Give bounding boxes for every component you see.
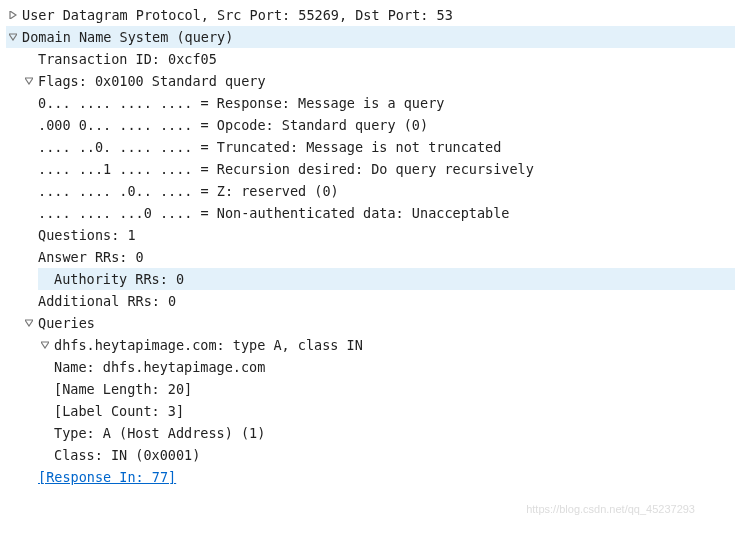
queries-label: Queries xyxy=(38,312,95,334)
query-field: Type: A (Host Address) (1) xyxy=(54,422,265,444)
flag-text: .... .... .0.. .... = Z: reserved (0) xyxy=(38,180,339,202)
chevron-down-icon[interactable] xyxy=(22,70,36,92)
packet-tree: User Datagram Protocol, Src Port: 55269,… xyxy=(6,4,729,488)
query-fields: Name: dhfs.heytapimage.com [Name Length:… xyxy=(38,356,729,466)
flag-bit-row[interactable]: .000 0... .... .... = Opcode: Standard q… xyxy=(38,114,729,136)
query-field: [Name Length: 20] xyxy=(54,378,192,400)
udp-label: User Datagram Protocol, Src Port: 55269,… xyxy=(22,4,453,26)
udp-row[interactable]: User Datagram Protocol, Src Port: 55269,… xyxy=(6,4,729,26)
query-field-row[interactable]: Class: IN (0x0001) xyxy=(54,444,729,466)
query-field-row[interactable]: [Label Count: 3] xyxy=(54,400,729,422)
flag-text: .000 0... .... .... = Opcode: Standard q… xyxy=(38,114,428,136)
query-field-row[interactable]: Type: A (Host Address) (1) xyxy=(54,422,729,444)
authority-rrs-row[interactable]: Authority RRs: 0 xyxy=(38,268,735,290)
query-field-row[interactable]: [Name Length: 20] xyxy=(54,378,729,400)
response-in-link[interactable]: [Response In: 77] xyxy=(38,466,176,488)
answer-rrs-label: Answer RRs: 0 xyxy=(38,246,144,268)
flag-bit-row[interactable]: .... ...1 .... .... = Recursion desired:… xyxy=(38,158,729,180)
flags-row[interactable]: Flags: 0x0100 Standard query xyxy=(22,70,729,92)
questions-row[interactable]: Questions: 1 xyxy=(22,224,729,246)
flag-text: .... .... ...0 .... = Non-authenticated … xyxy=(38,202,509,224)
chevron-down-icon[interactable] xyxy=(22,312,36,334)
flag-bit-row[interactable]: .... ..0. .... .... = Truncated: Message… xyxy=(38,136,729,158)
flag-bit-row[interactable]: .... .... .0.. .... = Z: reserved (0) xyxy=(38,180,729,202)
authority-rrs-label: Authority RRs: 0 xyxy=(54,268,729,290)
query-field-row[interactable]: Name: dhfs.heytapimage.com xyxy=(54,356,729,378)
query-item-label: dhfs.heytapimage.com: type A, class IN xyxy=(54,334,363,356)
chevron-down-icon[interactable] xyxy=(38,334,52,356)
query-field: Class: IN (0x0001) xyxy=(54,444,200,466)
additional-rrs-row[interactable]: Additional RRs: 0 xyxy=(22,290,729,312)
query-field: Name: dhfs.heytapimage.com xyxy=(54,356,265,378)
flags-children: 0... .... .... .... = Response: Message … xyxy=(22,92,729,224)
dns-label: Domain Name System (query) xyxy=(22,26,729,48)
query-field: [Label Count: 3] xyxy=(54,400,184,422)
query-item-row[interactable]: dhfs.heytapimage.com: type A, class IN xyxy=(38,334,729,356)
flag-text: 0... .... .... .... = Response: Message … xyxy=(38,92,444,114)
chevron-right-icon[interactable] xyxy=(6,4,20,26)
flag-bit-row[interactable]: 0... .... .... .... = Response: Message … xyxy=(38,92,729,114)
queries-row[interactable]: Queries xyxy=(22,312,729,334)
questions-label: Questions: 1 xyxy=(38,224,136,246)
response-in-row[interactable]: [Response In: 77] xyxy=(22,466,729,488)
answer-rrs-row[interactable]: Answer RRs: 0 xyxy=(22,246,729,268)
additional-rrs-label: Additional RRs: 0 xyxy=(38,290,176,312)
chevron-down-icon[interactable] xyxy=(6,26,20,48)
flag-bit-row[interactable]: .... .... ...0 .... = Non-authenticated … xyxy=(38,202,729,224)
transaction-id-row[interactable]: Transaction ID: 0xcf05 xyxy=(22,48,729,70)
flags-label: Flags: 0x0100 Standard query xyxy=(38,70,266,92)
flag-text: .... ..0. .... .... = Truncated: Message… xyxy=(38,136,501,158)
dns-row[interactable]: Domain Name System (query) xyxy=(6,26,735,48)
flag-text: .... ...1 .... .... = Recursion desired:… xyxy=(38,158,534,180)
transaction-id-label: Transaction ID: 0xcf05 xyxy=(38,48,217,70)
